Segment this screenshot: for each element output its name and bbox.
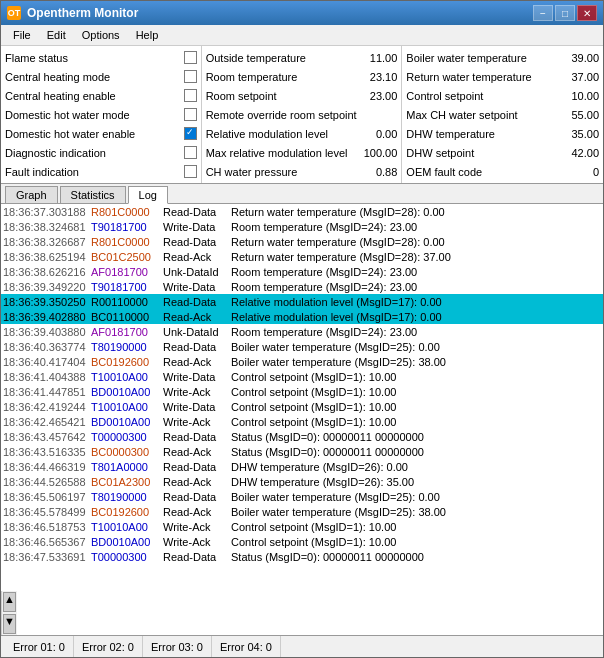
log-row[interactable]: 18:36:39.402880 BC0110000 Read-Ack Relat… <box>1 309 603 324</box>
minimize-button[interactable]: − <box>533 5 553 21</box>
log-type: Write-Data <box>163 281 231 293</box>
log-row[interactable]: 18:36:44.466319 T801A0000 Read-Data DHW … <box>1 459 603 474</box>
menu-options[interactable]: Options <box>74 27 128 43</box>
log-row[interactable]: 18:36:38.625194 BC01C2500 Read-Ack Retur… <box>1 249 603 264</box>
log-desc: Room temperature (MsgID=24): 23.00 <box>231 266 601 278</box>
app-icon: OT <box>7 6 21 20</box>
log-row[interactable]: 18:36:46.518753 T10010A00 Write-Ack Cont… <box>1 519 603 534</box>
status-grid: Flame status Central heating mode Centra… <box>1 46 603 184</box>
menu-bar: File Edit Options Help <box>1 25 603 46</box>
log-id: BD0010A00 <box>91 386 163 398</box>
scroll-up-arrow[interactable]: ▲ <box>3 592 16 612</box>
log-id: T80190000 <box>91 341 163 353</box>
dhw-mode-checkbox[interactable] <box>184 108 197 121</box>
log-scroll-area[interactable]: 18:36:37.303188 R801C0000 Read-Data Retu… <box>1 204 603 591</box>
log-type: Write-Ack <box>163 416 231 428</box>
log-type: Read-Data <box>163 431 231 443</box>
log-desc: Status (MsgID=0): 00000011 00000000 <box>231 551 601 563</box>
log-type: Write-Ack <box>163 536 231 548</box>
ch-enable-checkbox[interactable] <box>184 89 197 102</box>
log-id: BC0192600 <box>91 506 163 518</box>
log-id: T90181700 <box>91 221 163 233</box>
tab-statistics[interactable]: Statistics <box>60 186 126 203</box>
tab-graph[interactable]: Graph <box>5 186 58 203</box>
log-desc: Room temperature (MsgID=24): 23.00 <box>231 281 601 293</box>
diagnostic-checkbox[interactable] <box>184 146 197 159</box>
scrollbar[interactable]: ▲ ▼ <box>1 591 17 635</box>
log-time: 18:36:38.324681 <box>3 221 91 233</box>
log-time: 18:36:44.466319 <box>3 461 91 473</box>
log-time: 18:36:38.626216 <box>3 266 91 278</box>
title-bar: OT Opentherm Monitor − □ ✕ <box>1 1 603 25</box>
dhw-enable-checkbox[interactable] <box>184 127 197 140</box>
flame-checkbox[interactable] <box>184 51 197 64</box>
log-id: T801A0000 <box>91 461 163 473</box>
log-desc: Control setpoint (MsgID=1): 10.00 <box>231 536 601 548</box>
log-row[interactable]: 18:36:38.326687 R801C0000 Read-Data Retu… <box>1 234 603 249</box>
log-row[interactable]: 18:36:47.533691 T00000300 Read-Data Stat… <box>1 549 603 564</box>
log-id: AF0181700 <box>91 326 163 338</box>
log-id: BC01A2300 <box>91 476 163 488</box>
maximize-button[interactable]: □ <box>555 5 575 21</box>
boiler-water-temp-row: Boiler water temperature 39.00 <box>402 48 603 67</box>
scroll-down-arrow[interactable]: ▼ <box>3 614 16 634</box>
status-ch-mode: Central heating mode <box>1 67 201 86</box>
log-type: Read-Data <box>163 551 231 563</box>
error03-value: 0 <box>197 641 203 653</box>
status-fault: Fault indication <box>1 162 201 181</box>
log-row[interactable]: 18:36:41.404388 T10010A00 Write-Data Con… <box>1 369 603 384</box>
max-ch-water-setpoint-row: Max CH water setpoint 55.00 <box>402 105 603 124</box>
log-row[interactable]: 18:36:40.363774 T80190000 Read-Data Boil… <box>1 339 603 354</box>
log-desc: Return water temperature (MsgID=28): 0.0… <box>231 206 601 218</box>
log-id: BD0010A00 <box>91 536 163 548</box>
log-row[interactable]: 18:36:38.324681 T90181700 Write-Data Roo… <box>1 219 603 234</box>
tab-log[interactable]: Log <box>128 186 168 204</box>
log-type: Read-Data <box>163 236 231 248</box>
menu-edit[interactable]: Edit <box>39 27 74 43</box>
log-row[interactable]: 18:36:45.506197 T80190000 Read-Data Boil… <box>1 489 603 504</box>
log-time: 18:36:42.465421 <box>3 416 91 428</box>
status-bar: Error 01: 0 Error 02: 0 Error 03: 0 Erro… <box>1 635 603 657</box>
log-id: R00110000 <box>91 296 163 308</box>
log-desc: Status (MsgID=0): 00000011 00000000 <box>231 446 601 458</box>
room-setpoint-row: Room setpoint 23.00 <box>202 86 402 105</box>
log-row[interactable]: 18:36:42.465421 BD0010A00 Write-Ack Cont… <box>1 414 603 429</box>
room-temp-row: Room temperature 23.10 <box>202 67 402 86</box>
log-time: 18:36:47.533691 <box>3 551 91 563</box>
status-ch-enable: Central heating enable <box>1 86 201 105</box>
log-row[interactable]: 18:36:42.419244 T10010A00 Write-Data Con… <box>1 399 603 414</box>
log-row[interactable]: 18:36:43.516335 BC0000300 Read-Ack Statu… <box>1 444 603 459</box>
log-row[interactable]: 18:36:43.457642 T00000300 Read-Data Stat… <box>1 429 603 444</box>
menu-file[interactable]: File <box>5 27 39 43</box>
log-row[interactable]: 18:36:39.350250 R00110000 Read-Data Rela… <box>1 294 603 309</box>
log-row[interactable]: 18:36:39.349220 T90181700 Write-Data Roo… <box>1 279 603 294</box>
log-id: R801C0000 <box>91 236 163 248</box>
log-time: 18:36:43.457642 <box>3 431 91 443</box>
log-desc: Control setpoint (MsgID=1): 10.00 <box>231 371 601 383</box>
log-time: 18:36:40.417404 <box>3 356 91 368</box>
fault-checkbox[interactable] <box>184 165 197 178</box>
error02-value: 0 <box>128 641 134 653</box>
log-row[interactable]: 18:36:45.578499 BC0192600 Read-Ack Boile… <box>1 504 603 519</box>
log-row[interactable]: 18:36:40.417404 BC0192600 Read-Ack Boile… <box>1 354 603 369</box>
status-dhw-mode: Domestic hot water mode <box>1 105 201 124</box>
log-row[interactable]: 18:36:39.403880 AF0181700 Unk-DataId Roo… <box>1 324 603 339</box>
menu-help[interactable]: Help <box>128 27 167 43</box>
log-id: T90181700 <box>91 281 163 293</box>
log-row[interactable]: 18:36:44.526588 BC01A2300 Read-Ack DHW t… <box>1 474 603 489</box>
ch-mode-checkbox[interactable] <box>184 70 197 83</box>
log-desc: Relative modulation level (MsgID=17): 0.… <box>231 296 601 308</box>
log-row[interactable]: 18:36:38.626216 AF0181700 Unk-DataId Roo… <box>1 264 603 279</box>
status-col-1: Flame status Central heating mode Centra… <box>1 46 202 183</box>
log-type: Read-Ack <box>163 476 231 488</box>
rel-mod-row: Relative modulation level 0.00 <box>202 124 402 143</box>
error01-label: Error 01: <box>13 641 59 653</box>
log-row[interactable]: 18:36:37.303188 R801C0000 Read-Data Retu… <box>1 204 603 219</box>
log-desc: DHW temperature (MsgID=26): 0.00 <box>231 461 601 473</box>
close-button[interactable]: ✕ <box>577 5 597 21</box>
log-time: 18:36:42.419244 <box>3 401 91 413</box>
log-time: 18:36:38.625194 <box>3 251 91 263</box>
log-row[interactable]: 18:36:46.565367 BD0010A00 Write-Ack Cont… <box>1 534 603 549</box>
tab-bar: Graph Statistics Log <box>1 184 603 204</box>
log-row[interactable]: 18:36:41.447851 BD0010A00 Write-Ack Cont… <box>1 384 603 399</box>
